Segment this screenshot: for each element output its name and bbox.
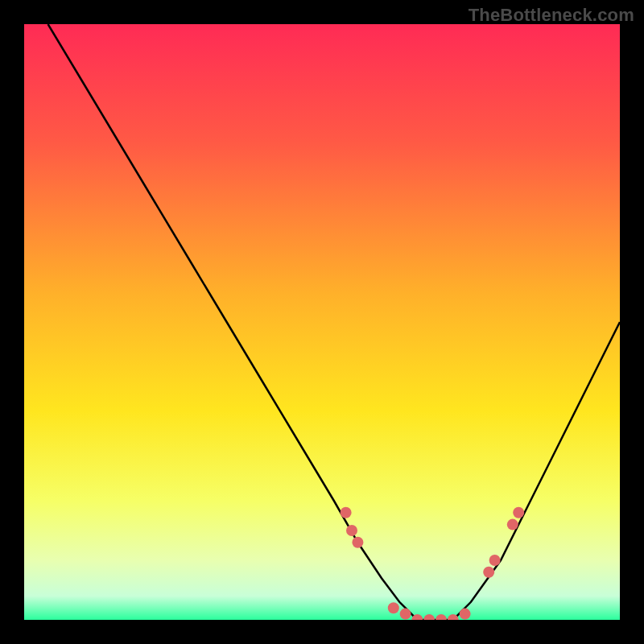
chart-frame [24,24,620,620]
marker-dot [483,567,494,578]
gradient-background [24,24,620,620]
marker-dot [388,602,399,613]
marker-dot [341,507,352,518]
marker-dot [352,537,363,548]
marker-dot [400,609,411,620]
marker-dot [507,519,518,530]
marker-dot [460,609,471,620]
marker-dot [346,525,357,536]
chart-svg [24,24,620,620]
attribution-text: TheBottleneck.com [469,5,634,26]
marker-dot [489,555,501,566]
marker-dot [513,507,524,518]
